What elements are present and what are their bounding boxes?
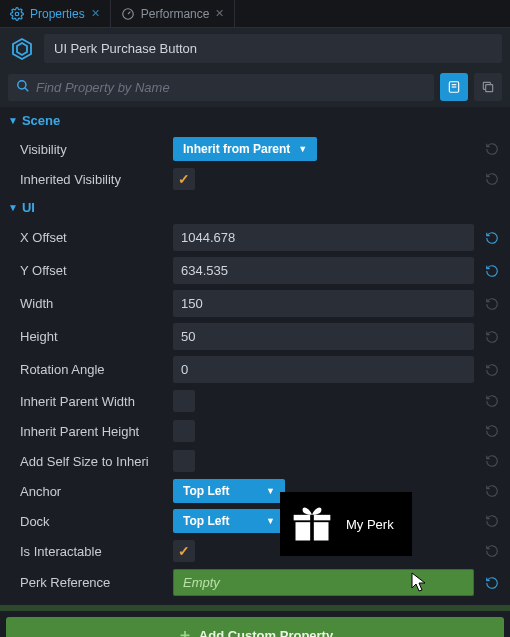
section-title: UI: [22, 200, 35, 215]
reset-button[interactable]: [482, 360, 502, 380]
prop-dock: Dock Top Left ▼: [0, 506, 510, 536]
reset-button[interactable]: [482, 327, 502, 347]
reset-button[interactable]: [482, 391, 502, 411]
tab-bar: Properties ✕ Performance ✕: [0, 0, 510, 28]
filter-button[interactable]: [440, 73, 468, 101]
prop-label: Add Self Size to Inheri: [20, 454, 165, 469]
prop-is-interactable: Is Interactable: [0, 536, 510, 566]
prop-add-self-size: Add Self Size to Inheri: [0, 446, 510, 476]
prop-label: Inherited Visibility: [20, 172, 165, 187]
inherit-parent-height-checkbox[interactable]: [173, 420, 195, 442]
object-name[interactable]: UI Perk Purchase Button: [44, 34, 502, 63]
section-header-ui[interactable]: ▼ UI: [0, 194, 510, 221]
reset-button[interactable]: [482, 451, 502, 471]
prop-label: Height: [20, 329, 165, 344]
prop-label: Inherit Parent Height: [20, 424, 165, 439]
prop-anchor: Anchor Top Left ▼: [0, 476, 510, 506]
section-title: Scene: [22, 113, 60, 128]
prop-inherit-parent-width: Inherit Parent Width: [0, 386, 510, 416]
width-input[interactable]: [173, 290, 474, 317]
prop-label: Is Interactable: [20, 544, 165, 559]
prop-label: Width: [20, 296, 165, 311]
add-self-size-checkbox[interactable]: [173, 450, 195, 472]
tab-performance[interactable]: Performance ✕: [111, 0, 236, 27]
svg-point-0: [15, 12, 19, 16]
anchor-dropdown[interactable]: Top Left ▼: [173, 479, 285, 503]
is-interactable-checkbox[interactable]: [173, 540, 195, 562]
drop-target-bar: [0, 605, 510, 611]
plus-icon: ＋: [177, 625, 193, 637]
prop-perk-reference: Perk Reference Empty: [0, 566, 510, 599]
object-header: UI Perk Purchase Button: [0, 28, 510, 69]
reset-button[interactable]: [482, 139, 502, 159]
prop-visibility: Visibility Inherit from Parent ▼: [0, 134, 510, 164]
dock-dropdown[interactable]: Top Left ▼: [173, 509, 285, 533]
prop-x-offset: X Offset: [0, 221, 510, 254]
inherit-parent-width-checkbox[interactable]: [173, 390, 195, 412]
close-icon[interactable]: ✕: [91, 7, 100, 20]
drag-tooltip: My Perk: [280, 492, 412, 556]
gear-icon: [10, 7, 24, 21]
reset-button[interactable]: [482, 228, 502, 248]
svg-rect-11: [314, 522, 329, 540]
prop-rotation: Rotation Angle: [0, 353, 510, 386]
prop-label: Visibility: [20, 142, 165, 157]
reset-button[interactable]: [482, 294, 502, 314]
reset-button[interactable]: [482, 261, 502, 281]
prop-label: Inherit Parent Width: [20, 394, 165, 409]
height-input[interactable]: [173, 323, 474, 350]
button-label: Add Custom Property: [199, 628, 333, 637]
svg-rect-10: [296, 522, 311, 540]
dropdown-value: Inherit from Parent: [183, 142, 290, 156]
reset-button[interactable]: [482, 541, 502, 561]
prop-inherited-visibility: Inherited Visibility: [0, 164, 510, 194]
chevron-down-icon: ▼: [8, 202, 18, 213]
chevron-down-icon: ▼: [8, 115, 18, 126]
copy-button[interactable]: [474, 73, 502, 101]
gauge-icon: [121, 7, 135, 21]
prop-label: Perk Reference: [20, 575, 165, 590]
inherited-visibility-checkbox[interactable]: [173, 168, 195, 190]
svg-marker-3: [17, 43, 27, 55]
gift-icon: [290, 502, 334, 546]
reset-button[interactable]: [482, 169, 502, 189]
object-icon: [8, 35, 36, 63]
prop-label: Y Offset: [20, 263, 165, 278]
prop-label: Rotation Angle: [20, 362, 165, 377]
prop-label: X Offset: [20, 230, 165, 245]
dropdown-value: Top Left: [183, 484, 229, 498]
search-input[interactable]: [36, 80, 426, 95]
search-icon: [16, 79, 30, 96]
rotation-input[interactable]: [173, 356, 474, 383]
svg-rect-9: [486, 85, 493, 92]
reset-button[interactable]: [482, 481, 502, 501]
section-header-scene[interactable]: ▼ Scene: [0, 107, 510, 134]
svg-line-5: [25, 87, 29, 91]
dropdown-value: Top Left: [183, 514, 229, 528]
prop-width: Width: [0, 287, 510, 320]
svg-rect-13: [314, 515, 331, 521]
reset-button[interactable]: [482, 511, 502, 531]
tab-label: Performance: [141, 7, 210, 21]
svg-rect-12: [294, 515, 311, 521]
close-icon[interactable]: ✕: [215, 7, 224, 20]
chevron-down-icon: ▼: [298, 144, 307, 154]
tab-label: Properties: [30, 7, 85, 21]
prop-inherit-parent-height: Inherit Parent Height: [0, 416, 510, 446]
prop-y-offset: Y Offset: [0, 254, 510, 287]
tooltip-label: My Perk: [346, 517, 394, 532]
svg-point-4: [18, 80, 26, 88]
tab-properties[interactable]: Properties ✕: [0, 0, 111, 27]
x-offset-input[interactable]: [173, 224, 474, 251]
search-input-wrapper: [8, 74, 434, 101]
search-row: [0, 69, 510, 107]
perk-reference-field[interactable]: Empty: [173, 569, 474, 596]
y-offset-input[interactable]: [173, 257, 474, 284]
reset-button[interactable]: [482, 573, 502, 593]
visibility-dropdown[interactable]: Inherit from Parent ▼: [173, 137, 317, 161]
prop-height: Height: [0, 320, 510, 353]
chevron-down-icon: ▼: [266, 486, 275, 496]
prop-label: Dock: [20, 514, 165, 529]
add-custom-property-button[interactable]: ＋ Add Custom Property: [6, 617, 504, 637]
reset-button[interactable]: [482, 421, 502, 441]
